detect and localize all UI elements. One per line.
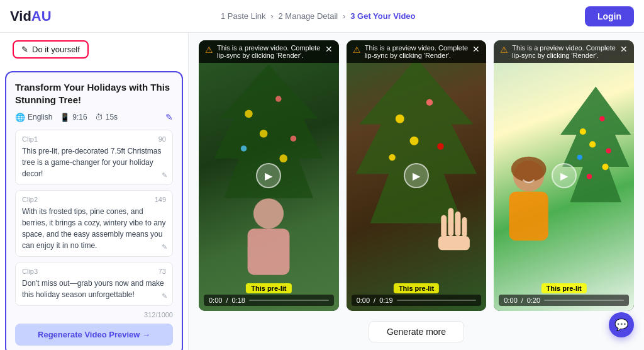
logo-au: AU xyxy=(31,8,52,24)
clip-3-text: Don't miss out—grab yours now and make t… xyxy=(22,278,166,300)
video-1-preview-banner: ⚠ This is a preview video. Complete lip-… xyxy=(199,40,339,63)
play-button-1[interactable]: ▶ xyxy=(256,163,281,188)
svg-point-23 xyxy=(589,141,596,147)
svg-point-29 xyxy=(511,157,547,182)
clip-2-edit-icon[interactable]: ✎ xyxy=(162,243,167,251)
card-1-duration: ⏱ 15s xyxy=(95,113,118,122)
video-3-preview-banner: ⚠ This is a preview video. Complete lip-… xyxy=(494,40,634,63)
chat-icon: 💬 xyxy=(614,318,628,332)
logo: VidAU xyxy=(10,8,52,25)
svg-point-4 xyxy=(291,135,296,141)
svg-point-2 xyxy=(275,96,281,101)
edit-pencil-icon: ✎ xyxy=(21,45,28,54)
preview-text-1: This is a preview video. Complete lip-sy… xyxy=(217,44,321,59)
svg-rect-16 xyxy=(441,215,447,238)
time-total-2: 0:19 xyxy=(379,296,392,304)
warning-icon-2: ⚠ xyxy=(353,45,361,55)
clip-2-label: Clip2 xyxy=(22,196,38,203)
video-2-preview-banner: ⚠ This is a preview video. Complete lip-… xyxy=(347,40,487,63)
svg-rect-19 xyxy=(438,236,470,250)
logo-vid: Vid xyxy=(10,8,31,24)
svg-point-14 xyxy=(389,154,395,161)
video-card-1: ⚠ This is a preview video. Complete lip-… xyxy=(199,40,339,311)
svg-point-12 xyxy=(410,137,419,145)
main-layout: ✎ Do it yourself Transform Your Holidays… xyxy=(0,33,644,350)
content-area: ⚠ This is a preview video. Complete lip-… xyxy=(189,33,644,350)
card-1-title: Transform Your Holidays with This Stunni… xyxy=(15,81,173,106)
time-bar-2: 0:00 / 0:19 xyxy=(352,295,482,306)
warning-icon-1: ⚠ xyxy=(205,45,213,55)
warning-icon-3: ⚠ xyxy=(500,45,508,55)
clip-2-count: 149 xyxy=(155,196,166,203)
close-banner-1[interactable]: ✕ xyxy=(325,44,333,54)
login-button[interactable]: Login xyxy=(585,6,634,26)
preview-text-2: This is a preview video. Complete lip-sy… xyxy=(365,44,469,59)
phone-icon: 📱 xyxy=(60,113,70,122)
video-grid: ⚠ This is a preview video. Complete lip-… xyxy=(199,40,634,315)
svg-rect-17 xyxy=(455,212,461,236)
app-header: VidAU 1 Paste Link › 2 Manage Detail › 3… xyxy=(0,0,644,33)
step-arrow-1: › xyxy=(271,12,274,21)
svg-point-5 xyxy=(241,145,247,151)
svg-point-1 xyxy=(245,110,253,118)
clip-1-label: Clip1 xyxy=(22,135,38,143)
svg-point-25 xyxy=(577,155,582,160)
clip-2-text: With its frosted tips, pine cones, and b… xyxy=(22,206,166,251)
svg-point-27 xyxy=(586,174,591,179)
close-banner-3[interactable]: ✕ xyxy=(620,44,628,54)
generate-more-button[interactable]: Generate more xyxy=(369,321,464,342)
sidebar: ✎ Do it yourself Transform Your Holidays… xyxy=(0,33,189,350)
svg-point-26 xyxy=(602,164,608,170)
subtitle-2: This pre-lit xyxy=(394,283,439,293)
svg-point-6 xyxy=(280,154,288,162)
svg-point-10 xyxy=(396,115,404,123)
card-1-lang: 🌐 English xyxy=(15,113,52,122)
clip-1-count: 90 xyxy=(158,135,166,143)
close-banner-2[interactable]: ✕ xyxy=(472,44,480,54)
clip-3-edit-icon[interactable]: ✎ xyxy=(162,292,167,300)
svg-point-11 xyxy=(426,99,433,105)
clip-1-edit-icon[interactable]: ✎ xyxy=(162,171,167,179)
step-2: 2 Manage Detail xyxy=(279,11,338,21)
project-card-1: Transform Your Holidays with This Stunni… xyxy=(5,71,183,350)
preview-text-3: This is a preview video. Complete lip-sy… xyxy=(512,44,616,59)
play-button-2[interactable]: ▶ xyxy=(404,163,429,188)
time-bar-1: 0:00 / 0:18 xyxy=(204,295,334,306)
card-1-meta: 🌐 English 📱 9:16 ⏱ 15s ✎ xyxy=(15,112,173,122)
time-total-1: 0:18 xyxy=(231,296,245,304)
card-1-ratio: 📱 9:16 xyxy=(60,113,87,122)
time-line-1 xyxy=(249,300,329,301)
clock-icon: ⏱ xyxy=(95,113,103,122)
time-current-3: 0:00 xyxy=(504,296,517,304)
subtitle-3: This pre-lit xyxy=(541,283,587,293)
clip-1-box: Clip1 90 This pre-lit, pre-decorated 7.5… xyxy=(15,130,173,185)
clip-2-box: Clip2 149 With its frosted tips, pine co… xyxy=(15,190,173,257)
svg-rect-30 xyxy=(509,191,548,240)
svg-rect-15 xyxy=(448,208,454,237)
generate-more-row: Generate more xyxy=(199,321,634,342)
tree-visual-3 xyxy=(557,53,634,242)
svg-rect-18 xyxy=(462,217,467,237)
play-button-3[interactable]: ▶ xyxy=(552,163,577,188)
time-line-2 xyxy=(397,300,477,301)
video-card-2: ⚠ This is a preview video. Complete lip-… xyxy=(347,40,487,311)
time-total-3: 0:20 xyxy=(527,296,540,304)
hand-shape xyxy=(427,192,483,273)
svg-point-22 xyxy=(599,116,604,121)
total-char-count: 312/1000 xyxy=(15,311,173,319)
svg-point-7 xyxy=(253,198,284,229)
step-indicator: 1 Paste Link › 2 Manage Detail › 3 Get Y… xyxy=(221,11,416,21)
subtitle-1: This pre-lit xyxy=(246,283,291,293)
clip-3-count: 73 xyxy=(158,268,166,275)
do-it-yourself-button[interactable]: ✎ Do it yourself xyxy=(13,40,89,59)
time-line-3 xyxy=(544,300,624,301)
chat-bubble-button[interactable]: 💬 xyxy=(609,312,634,337)
regenerate-button[interactable]: Regenerate Video Preview → xyxy=(15,324,173,346)
clip-1-text: This pre-lit, pre-decorated 7.5ft Christ… xyxy=(22,145,166,179)
card-1-edit-icon[interactable]: ✎ xyxy=(165,112,173,122)
step-1: 1 Paste Link xyxy=(221,11,266,21)
time-current-2: 0:00 xyxy=(357,296,370,304)
svg-point-13 xyxy=(437,143,443,149)
globe-icon: 🌐 xyxy=(15,113,25,122)
step-3: 3 Get Your Video xyxy=(350,11,415,21)
